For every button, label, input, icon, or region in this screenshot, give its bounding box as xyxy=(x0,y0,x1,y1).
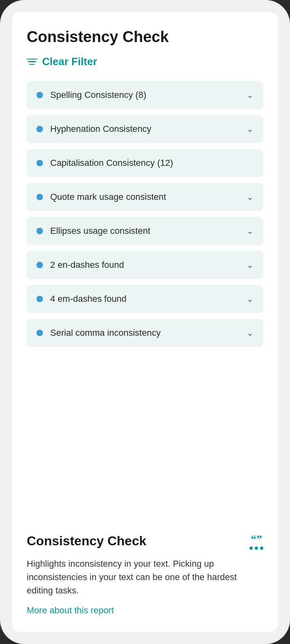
list-item[interactable]: Serial comma inconsistency⌄ xyxy=(27,319,263,347)
chevron-down-icon: ⌄ xyxy=(247,260,254,270)
card: Consistency Check Clear Filter Spelling … xyxy=(12,12,278,632)
status-dot xyxy=(36,262,43,268)
info-section: Consistency Check “” Highlights inconsis… xyxy=(27,525,263,616)
status-dot xyxy=(36,296,43,302)
list-item[interactable]: Ellipses usage consistent⌄ xyxy=(27,217,263,245)
filter-icon xyxy=(27,59,37,65)
page-title: Consistency Check xyxy=(27,28,263,46)
icon-dots xyxy=(249,547,263,550)
list-item-left: 2 en-dashes found xyxy=(36,260,124,270)
item-label: Quote mark usage consistent xyxy=(50,192,166,202)
item-label: 2 en-dashes found xyxy=(50,260,124,270)
list-item[interactable]: 2 en-dashes found⌄ xyxy=(27,251,263,279)
status-dot xyxy=(36,126,43,132)
list-item-left: Spelling Consistency (8) xyxy=(36,90,146,100)
chevron-down-icon: ⌄ xyxy=(247,294,254,304)
clear-filter-label: Clear Filter xyxy=(42,55,97,68)
list-item-left: Serial comma inconsistency xyxy=(36,328,161,338)
item-label: 4 em-dashes found xyxy=(50,294,126,304)
chevron-down-icon: ⌄ xyxy=(247,90,254,100)
chevron-down-icon: ⌄ xyxy=(247,328,254,338)
list-item-left: Capitalisation Consistency (12) xyxy=(36,158,173,168)
list-item[interactable]: Hyphenation Consistency⌄ xyxy=(27,115,263,143)
item-label: Ellipses usage consistent xyxy=(50,226,150,236)
list-item[interactable]: 4 em-dashes found⌄ xyxy=(27,285,263,313)
list-item[interactable]: Quote mark usage consistent⌄ xyxy=(27,183,263,211)
list-item-left: 4 em-dashes found xyxy=(36,294,126,304)
status-dot xyxy=(36,194,43,200)
chevron-down-icon: ⌄ xyxy=(247,192,254,202)
chevron-down-icon: ⌄ xyxy=(247,226,254,236)
phone-frame: Consistency Check Clear Filter Spelling … xyxy=(0,0,290,644)
icon-dot-1 xyxy=(249,547,253,550)
item-label: Hyphenation Consistency xyxy=(50,124,151,134)
consistency-items-list: Spelling Consistency (8)⌄Hyphenation Con… xyxy=(27,81,263,347)
item-label: Spelling Consistency (8) xyxy=(50,90,146,100)
info-section-title: Consistency Check xyxy=(27,534,146,549)
list-item[interactable]: Spelling Consistency (8)⌄ xyxy=(27,81,263,109)
quote-marks-icon: “” xyxy=(251,534,262,545)
info-description: Highlights inconsistency in your text. P… xyxy=(27,557,263,597)
info-header: Consistency Check “” xyxy=(27,534,263,550)
status-dot xyxy=(36,228,43,234)
icon-dot-2 xyxy=(255,547,258,550)
clear-filter-button[interactable]: Clear Filter xyxy=(27,55,263,68)
status-dot xyxy=(36,160,43,166)
item-label: Serial comma inconsistency xyxy=(50,328,161,338)
chevron-down-icon: ⌄ xyxy=(247,124,254,134)
list-item[interactable]: Capitalisation Consistency (12) xyxy=(27,149,263,177)
more-about-report-link[interactable]: More about this report xyxy=(27,605,114,615)
list-item-left: Hyphenation Consistency xyxy=(36,124,151,134)
item-label: Capitalisation Consistency (12) xyxy=(50,158,173,168)
list-item-left: Ellipses usage consistent xyxy=(36,226,150,236)
status-dot xyxy=(36,330,43,336)
status-dot xyxy=(36,92,43,98)
icon-dot-3 xyxy=(260,547,263,550)
list-item-left: Quote mark usage consistent xyxy=(36,192,166,202)
quote-icon: “” xyxy=(249,534,263,550)
